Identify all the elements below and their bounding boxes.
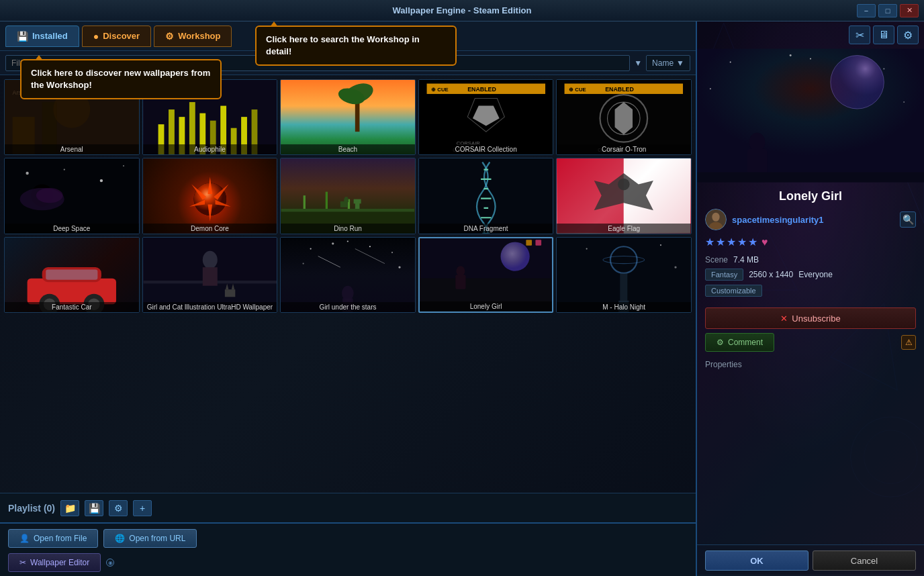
svg-point-85 [369,246,371,247]
wallpaper-item-girlstars[interactable]: Girl under the stars [280,237,416,313]
tooltip-discover-text: Click here to discover new wallpapers fr… [31,68,210,90]
svg-text:ENABLED: ENABLED [467,86,496,93]
wallpaper-item-lonelygirl[interactable]: Lonely Girl [418,237,554,313]
wallpaper-item-demoncore[interactable]: Demon Core [142,158,278,234]
wp-author-row: spacetimesingularity1 🔍 [705,209,916,230]
tab-discover[interactable]: ● Discover [82,26,151,47]
open-url-button[interactable]: 🌐 Open from URL [103,529,197,548]
wallpaper-item-mhalonnight[interactable]: M - Halo Night [556,237,692,313]
playlist-add-btn[interactable]: + [133,500,152,516]
search-author-btn[interactable]: 🔍 [900,211,916,228]
svg-point-128 [810,58,811,60]
wallpaper-grid: Arsenal Arsenal [0,75,696,493]
svg-point-120 [749,133,766,152]
wallpaper-item-beach[interactable]: Beach [280,79,416,155]
wallpaper-thumb-deepspace [5,158,139,233]
wallpaper-thumb-mhalonnight [557,238,691,312]
svg-point-105 [586,248,588,249]
wallpaper-thumb-girlstars [281,238,415,312]
wallpaper-label-dnafragment: DNA Fragment [419,224,553,234]
svg-point-88 [303,262,304,264]
svg-point-130 [712,213,719,222]
warn-button[interactable]: ⚠ [901,335,916,350]
wallpaper-label-dinorun: Dino Run [281,224,415,234]
wallpaper-editor-button[interactable]: ✂ Wallpaper Editor [8,553,101,572]
wallpaper-item-girlcat[interactable]: Girl and Cat Illustration UltraHD Wallpa… [142,237,278,313]
wallpaper-label-lonelygirl: Lonely Girl [420,301,553,311]
unsubscribe-button[interactable]: ✕ Unsubscribe [705,307,916,329]
wallpaper-label-demoncore: Demon Core [143,224,277,234]
svg-point-123 [730,61,731,62]
svg-rect-51 [326,192,328,209]
playlist-folder-btn[interactable]: 📁 [60,500,79,516]
wp-actions: ✕ Unsubscribe ⚙ Comment ⚠ [697,302,924,357]
svg-point-34 [64,169,65,171]
svg-rect-55 [345,197,348,199]
wallpaper-thumb-beach [281,80,415,154]
svg-point-98 [456,266,465,276]
title-bar: Wallpaper Engine - Steam Edition − □ ✕ [0,0,924,21]
tab-installed-label: Installed [32,31,68,41]
wallpaper-item-eagleflag[interactable]: Eagle Flag [556,158,692,234]
wallpaper-label-audiophile: Audiophile [143,144,277,154]
tooltip-workshop-arrow [270,21,278,27]
right-panel-header: ✂ 🖥 ⚙ [697,21,924,48]
svg-rect-122 [697,173,924,183]
sort-dropdown[interactable]: Name ▼ [646,55,690,71]
playlist-save-btn[interactable]: 💾 [85,500,103,516]
close-button[interactable]: ✕ [900,4,919,17]
wallpaper-label-girlstars: Girl under the stars [281,302,415,312]
playlist-bar: Playlist (0) 📁 💾 ⚙ + [0,493,696,522]
monitor-icon-btn[interactable]: 🖥 [873,26,894,44]
settings-icon-btn[interactable]: ⚙ [897,26,919,44]
svg-point-86 [391,252,393,253]
svg-text:⊕ CUE: ⊕ CUE [431,87,448,93]
wallpaper-item-dinorun[interactable]: Dino Run [280,158,416,234]
tab-installed[interactable]: 💾 Installed [5,26,79,47]
wallpaper-item-deepspace[interactable]: Deep Space [4,158,140,234]
open-file-icon: 👤 [19,534,30,543]
wallpaper-label-mhalonnight: M - Halo Night [557,302,691,312]
star-3: ★ [727,236,736,248]
playlist-label: Playlist (0) [8,503,55,514]
type-tag: Fantasy [705,269,743,281]
svg-point-107 [675,266,677,268]
wallpaper-item-dnafragment[interactable]: DNA Fragment [418,158,554,234]
wallpaper-item-corsair1[interactable]: ⊕ CUE ENABLED CORSAIR CORSAIR Collection… [418,79,554,155]
svg-point-106 [660,244,661,246]
star-4: ★ [737,236,747,248]
open-url-label: Open from URL [129,534,185,543]
svg-rect-117 [697,49,924,183]
wallpaper-item-fantasticcar[interactable]: Fantastic Car [4,237,140,313]
right-panel: ✂ 🖥 ⚙ [696,21,924,576]
open-file-button[interactable]: 👤 Open from File [8,529,98,548]
wallpaper-label-arsenal: Arsenal [5,144,139,154]
maximize-button[interactable]: □ [878,4,897,17]
minimize-button[interactable]: − [857,4,876,17]
tab-workshop[interactable]: ⚙ Workshop [154,26,232,47]
ok-button[interactable]: OK [705,550,808,571]
scene-size: 7.4 MB [733,255,759,265]
wallpaper-thumb-corsair2: ⊕ CUE ENABLED Corsair O-Tron [557,80,691,154]
wallpaper-item-corsair2[interactable]: ⊕ CUE ENABLED Corsair O-Tron Corsair O-T… [556,79,692,155]
tab-workshop-label: Workshop [178,31,220,41]
svg-rect-53 [340,201,348,207]
wallpaper-thumb-fantasticcar [5,238,139,312]
svg-line-90 [318,256,340,267]
comment-button[interactable]: ⚙ Comment [705,333,774,352]
svg-point-125 [883,68,884,69]
star-5: ★ [748,236,757,248]
comment-row: ⚙ Comment ⚠ [705,333,916,352]
resolution-value: 2560 x 1440 [749,270,793,279]
discover-icon: ● [93,31,99,42]
scissors-icon-btn[interactable]: ✂ [849,26,870,44]
editor-label: Wallpaper Editor [30,558,89,567]
open-file-label: Open from File [34,534,87,543]
wp-info: Lonely Girl spacetimesingularity1 🔍 [697,183,924,255]
wallpaper-thumb-dinorun [281,158,415,233]
open-url-icon: 🌐 [115,534,125,543]
cancel-button[interactable]: Cancel [813,550,916,571]
right-panel-content: ✂ 🖥 ⚙ [697,21,924,576]
playlist-settings-btn[interactable]: ⚙ [109,500,128,516]
customizable-row: Customizable [705,285,916,297]
